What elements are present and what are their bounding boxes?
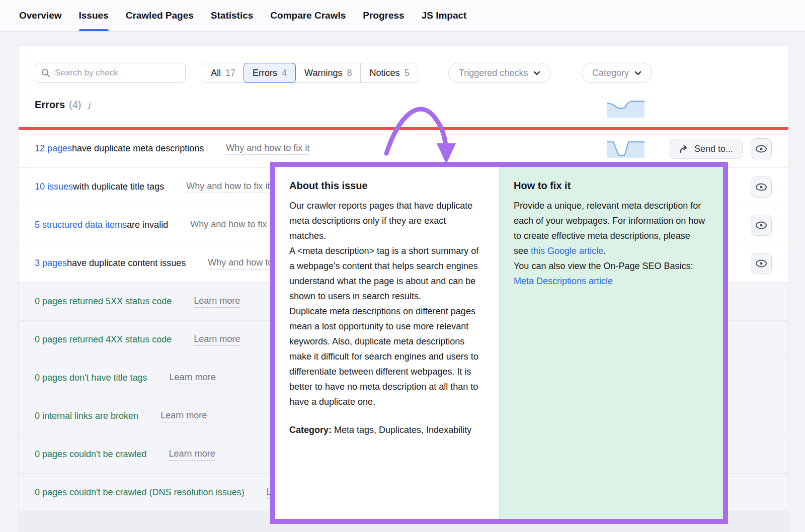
category-label: Category: — [289, 425, 332, 435]
triggered-checks-dropdown[interactable]: Triggered checks — [448, 63, 551, 83]
issue-text: have duplicate meta descriptions — [72, 143, 204, 154]
errors-count: (4) — [69, 99, 81, 111]
learn-more-link[interactable]: Learn more — [170, 372, 216, 384]
errors-trend-sparkline — [607, 99, 646, 118]
eye-icon — [755, 183, 768, 192]
category-line: Category: Meta tags, Duplicates, Indexab… — [289, 422, 482, 437]
filter-all[interactable]: All 17 — [202, 63, 244, 82]
meta-descriptions-article-link[interactable]: Meta Descriptions article — [514, 276, 613, 286]
filter-errors-label: Errors — [253, 68, 277, 78]
issue-details-popup: About this issue Our crawler reports pag… — [270, 162, 728, 524]
hide-issue-button[interactable] — [751, 138, 772, 159]
hide-issue-button[interactable] — [751, 215, 772, 236]
about-paragraph: Duplicate meta descriptions on different… — [289, 304, 482, 409]
filter-warnings-label: Warnings — [304, 68, 342, 78]
why-how-to-fix-link[interactable]: Why and how to fix it — [226, 143, 309, 155]
issue-text: are invalid — [127, 220, 168, 230]
filter-notices-label: Notices — [369, 68, 399, 78]
filter-notices-count: 5 — [404, 68, 409, 78]
issue-text: 0 pages returned 4XX status code — [35, 334, 172, 345]
fix-paragraph: Provide a unique, relevant meta descript… — [514, 198, 707, 289]
fix-text: You can also view the On-Page SEO Basics… — [514, 261, 693, 271]
issue-text: have duplicate content issues — [67, 258, 186, 269]
search-input[interactable] — [55, 68, 179, 78]
errors-title: Errors — [35, 99, 65, 111]
filter-warnings[interactable]: Warnings 8 — [295, 63, 360, 82]
issue-text: 0 pages returned 5XX status code — [35, 296, 172, 307]
fix-text: . — [603, 246, 606, 256]
issue-text: 0 pages couldn't be crawled — [35, 449, 147, 460]
learn-more-link[interactable]: Learn more — [160, 410, 207, 422]
tab-js-impact[interactable]: JS Impact — [422, 0, 467, 31]
issue-count-link[interactable]: 10 issues — [35, 182, 73, 192]
tab-progress[interactable]: Progress — [363, 0, 404, 31]
learn-more-link[interactable]: Learn more — [194, 296, 240, 308]
about-paragraph: A <meta description> tag is a short summ… — [289, 243, 482, 304]
category-value: Meta tags, Duplicates, Indexability — [332, 425, 471, 435]
fix-title: How to fix it — [514, 179, 709, 192]
search-icon — [41, 68, 50, 77]
send-to-label: Send to... — [694, 144, 733, 154]
issue-count-link[interactable]: 5 structured data items — [35, 220, 127, 230]
top-navigation: Overview Issues Crawled Pages Statistics… — [0, 0, 805, 32]
issue-text: 0 internal links are broken — [35, 411, 138, 421]
google-article-link[interactable]: this Google article — [531, 246, 603, 256]
tab-issues[interactable]: Issues — [79, 0, 109, 31]
triggered-checks-label: Triggered checks — [459, 68, 528, 78]
learn-more-link[interactable]: Learn more — [194, 334, 240, 346]
tab-crawled-pages[interactable]: Crawled Pages — [126, 0, 194, 31]
issue-text: with duplicate title tags — [73, 182, 164, 192]
chevron-down-icon — [634, 71, 641, 75]
tab-overview[interactable]: Overview — [19, 0, 62, 31]
filter-notices[interactable]: Notices 5 — [360, 63, 418, 82]
about-title: About this issue — [289, 179, 485, 192]
share-arrow-icon — [679, 145, 689, 153]
filter-errors[interactable]: Errors 4 — [244, 63, 296, 83]
filter-all-count: 17 — [225, 68, 235, 78]
chevron-down-icon — [533, 71, 540, 75]
why-how-to-fix-link[interactable]: Why and how to fix it — [186, 181, 270, 193]
eye-icon — [755, 221, 768, 230]
issue-count-link[interactable]: 12 pages — [35, 143, 72, 154]
issue-trend-sparkline — [607, 139, 646, 158]
filter-all-label: All — [211, 68, 221, 78]
info-icon[interactable]: i — [87, 100, 90, 111]
issue-count-link[interactable]: 3 pages — [35, 258, 67, 269]
filter-warnings-count: 8 — [347, 68, 352, 78]
about-this-issue-panel: About this issue Our crawler reports pag… — [275, 167, 499, 519]
learn-more-link[interactable]: Learn more — [169, 449, 215, 461]
eye-icon — [755, 259, 768, 268]
category-dropdown[interactable]: Category — [582, 63, 652, 83]
hide-issue-button[interactable] — [751, 253, 772, 274]
severity-filter-group: All 17 Errors 4 Warnings 8 Notices 5 — [202, 63, 418, 83]
eye-icon — [755, 144, 768, 153]
why-how-to-fix-link[interactable]: Why and how to fix it — [190, 219, 274, 231]
issue-text: 0 pages don't have title tags — [35, 373, 147, 383]
tab-statistics[interactable]: Statistics — [211, 0, 253, 31]
category-dropdown-label: Category — [592, 68, 629, 78]
how-to-fix-panel: How to fix it Provide a unique, relevant… — [499, 167, 723, 519]
tab-compare-crawls[interactable]: Compare Crawls — [270, 0, 346, 31]
send-to-button[interactable]: Send to... — [670, 139, 743, 159]
errors-section-header: Errors (4) i — [35, 99, 91, 111]
hide-issue-button[interactable] — [751, 176, 772, 198]
issue-text: 0 pages couldn't be crawled (DNS resolut… — [35, 487, 245, 498]
site-audit-issues-page: Overview Issues Crawled Pages Statistics… — [0, 0, 805, 532]
about-paragraph: Our crawler reports pages that have dupl… — [289, 198, 482, 243]
search-by-check[interactable] — [35, 63, 186, 83]
filter-errors-count: 4 — [282, 68, 287, 78]
